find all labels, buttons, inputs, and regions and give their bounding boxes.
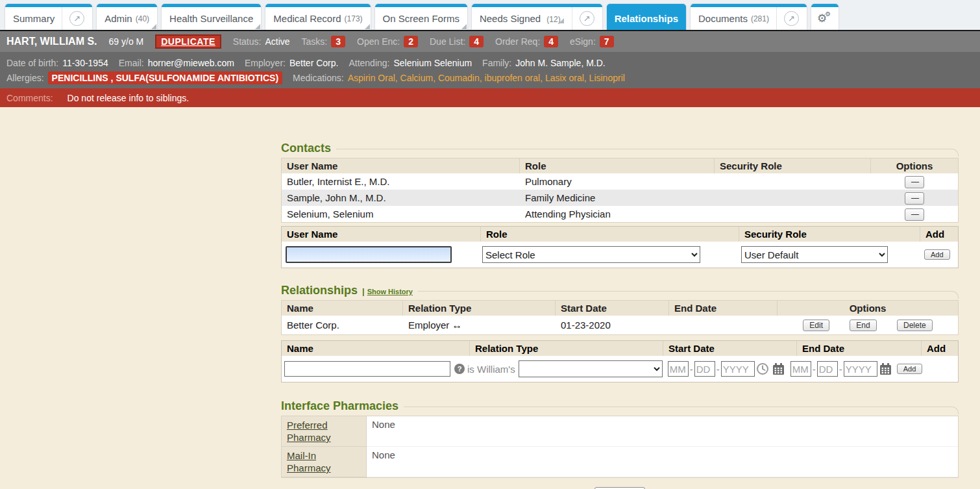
- employer-label: Employer:: [245, 58, 286, 68]
- clock-icon[interactable]: [755, 362, 770, 375]
- family-label: Family:: [482, 58, 511, 68]
- relationship-start-date: 01-23-2020: [556, 318, 669, 332]
- mail-in-pharmacy-link[interactable]: Mail-In Pharmacy: [287, 450, 331, 473]
- contact-security-role-select[interactable]: User Default: [741, 246, 888, 263]
- add-relationship-header: Name Relation Type Start Date End Date A…: [282, 341, 958, 356]
- open-enc-count-badge[interactable]: 2: [404, 36, 418, 47]
- preferred-pharmacy-value: None: [367, 416, 958, 447]
- add-rel-col-relation-type: Relation Type: [470, 341, 663, 356]
- esign-label: eSign:: [570, 36, 596, 47]
- tab-documents-popout[interactable]: ↗: [776, 7, 799, 30]
- order-req-count-badge[interactable]: 4: [544, 36, 558, 47]
- pharmacies-legend-row: Interface Pharmacies: [281, 399, 959, 412]
- calendar-icon[interactable]: [877, 362, 894, 376]
- email-value: horner@mieweb.com: [148, 58, 234, 68]
- esign-pair: eSign: 7: [570, 36, 614, 47]
- popout-icon: ↗: [69, 11, 84, 26]
- contact-role: Pulmonary: [520, 175, 715, 188]
- tab-needs-signed-popout[interactable]: ↗: [572, 7, 594, 30]
- remove-contact-button[interactable]: —: [905, 192, 924, 205]
- tab-needs-signed-label: Needs Signed: [480, 13, 541, 24]
- patient-demographics-line: Date of birth:11-30-1954 Email:horner@mi…: [6, 55, 974, 70]
- tab-admin-label: Admin: [104, 13, 132, 24]
- tab-documents-label: Documents: [698, 13, 748, 24]
- patient-details-rows: Date of birth:11-30-1954 Email:horner@mi…: [0, 52, 980, 88]
- duplicate-flag[interactable]: DUPLICATE: [155, 34, 221, 49]
- end-day-input[interactable]: [817, 361, 838, 377]
- relationships-title: Relationships: [281, 284, 358, 297]
- allergies-label: Allergies:: [6, 73, 44, 83]
- tab-documents[interactable]: Documents (281) ↗: [691, 4, 807, 30]
- add-relationship-button[interactable]: Add: [897, 364, 923, 374]
- tasks-pair: Tasks: 3: [302, 36, 345, 47]
- contact-security-role: [715, 213, 871, 216]
- tab-on-screen-forms[interactable]: On Screen Forms: [375, 4, 467, 30]
- help-icon[interactable]: ?: [454, 364, 465, 374]
- popout-icon: ↗: [580, 11, 594, 26]
- calendar-icon[interactable]: [770, 362, 787, 376]
- contact-security-role: [715, 197, 871, 199]
- tab-medical-record-count: (173): [345, 14, 363, 23]
- tab-on-screen-forms-label: On Screen Forms: [383, 13, 459, 24]
- relation-type-select[interactable]: [519, 360, 663, 377]
- add-rel-col-add: Add: [922, 341, 958, 356]
- tab-documents-count: (281): [751, 14, 769, 23]
- bidirectional-arrow-icon: ↔: [452, 320, 462, 331]
- legend-line: [418, 291, 959, 299]
- pharmacies-title: Interface Pharmacies: [281, 399, 398, 412]
- tab-admin[interactable]: Admin (40): [97, 4, 157, 30]
- contact-user-name: Sample, John M., M.D.: [282, 191, 520, 205]
- legend-line: [404, 407, 959, 414]
- medications-list[interactable]: Aspirin Oral, Calcium, Coumadin, ibuprof…: [348, 73, 625, 83]
- tasks-count-badge[interactable]: 3: [331, 36, 345, 47]
- contact-user-name-input[interactable]: [286, 246, 452, 263]
- comments-label: Comments:: [6, 93, 53, 103]
- contact-security-role: [715, 181, 871, 183]
- start-year-input[interactable]: [721, 361, 755, 377]
- add-contact-header: User Name Role Security Role Add: [282, 227, 958, 242]
- due-list-count-badge[interactable]: 4: [469, 36, 484, 47]
- delete-relationship-button[interactable]: Delete: [897, 320, 933, 331]
- status-label: Status:: [233, 36, 262, 47]
- table-row: Mail-In Pharmacy None: [282, 447, 958, 477]
- add-contact-button[interactable]: Add: [924, 249, 950, 260]
- tab-needs-signed[interactable]: Needs Signed (12) ↗: [472, 4, 602, 30]
- rel-col-end-date: End Date: [669, 301, 778, 316]
- contact-role: Family Medicine: [520, 191, 715, 205]
- tab-summary-popout[interactable]: ↗: [62, 7, 84, 30]
- tab-health-surveillance[interactable]: Health Surveillance: [162, 4, 261, 30]
- contact-role-select[interactable]: Select Role: [482, 246, 700, 263]
- tab-summary[interactable]: Summary ↗: [5, 4, 92, 30]
- remove-contact-button[interactable]: —: [905, 208, 924, 221]
- start-day-input[interactable]: [694, 361, 715, 377]
- status-value: Active: [265, 36, 289, 47]
- gear-small-icon: ⚙: [825, 10, 831, 18]
- tab-settings[interactable]: ⚙ ⚙: [811, 4, 839, 30]
- order-req-pair: Order Req: 4: [495, 36, 558, 47]
- add-rel-col-end-date: End Date: [797, 341, 922, 356]
- relationships-table-header: Name Relation Type Start Date End Date O…: [282, 301, 958, 316]
- relationship-name-input[interactable]: [284, 361, 450, 377]
- contact-user-name: Selenium, Selenium: [282, 207, 520, 221]
- preferred-pharmacy-link[interactable]: Preferred Pharmacy: [287, 420, 331, 443]
- tab-summary-label: Summary: [13, 13, 55, 24]
- end-year-input[interactable]: [844, 361, 877, 377]
- contacts-table-header: User Name Role Security Role Options: [282, 158, 958, 173]
- allergies-badge[interactable]: PENICILLINS , SULFA(SULFONAMIDE ANTIBIOT…: [48, 71, 282, 84]
- show-history-link[interactable]: Show History: [367, 288, 413, 295]
- tab-relationships[interactable]: Relationships: [607, 4, 686, 30]
- remove-contact-button[interactable]: —: [905, 176, 924, 188]
- dob-value: 11-30-1954: [62, 58, 108, 68]
- add-relationship-controls: ? is William's - - - - Add: [282, 356, 958, 382]
- table-row: Selenium, Selenium Attending Physician —: [282, 206, 958, 222]
- rel-col-options: Options: [778, 301, 958, 316]
- tab-medical-record[interactable]: Medical Record (173): [265, 4, 370, 30]
- end-month-input[interactable]: [790, 361, 811, 377]
- end-relationship-button[interactable]: End: [850, 320, 876, 331]
- edit-relationship-button[interactable]: Edit: [803, 320, 829, 331]
- start-month-input[interactable]: [668, 361, 689, 377]
- tab-admin-count: (40): [136, 14, 149, 23]
- esign-count-badge[interactable]: 7: [600, 36, 614, 47]
- possessive-text: is William's: [467, 364, 515, 375]
- popout-icon: ↗: [784, 11, 799, 26]
